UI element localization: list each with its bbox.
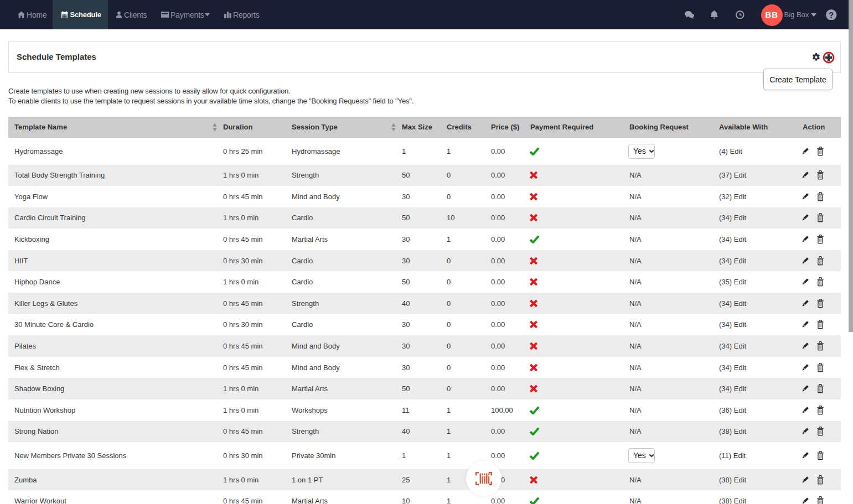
svg-text:?: ? [829, 10, 834, 19]
